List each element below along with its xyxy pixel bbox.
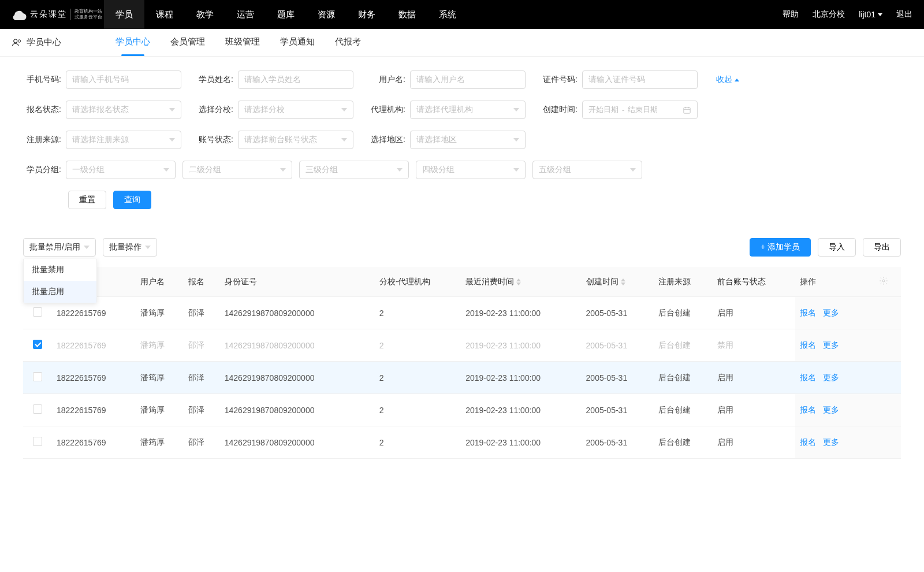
table-wrap: 用户名 报名 身份证号 分校-代理机构 最近消费时间 创建时间 注册来源 前台账…	[0, 267, 924, 459]
op-link-more[interactable]: 更多	[823, 373, 839, 382]
reg-source-select[interactable]: 请选择注册来源	[66, 131, 181, 149]
region-select[interactable]: 请选择地区	[410, 131, 526, 149]
chevron-down-icon	[280, 168, 286, 172]
chevron-up-icon	[735, 79, 739, 81]
user-icon	[12, 38, 22, 48]
top-nav-item-1[interactable]: 课程	[144, 0, 185, 29]
op-link-more[interactable]: 更多	[823, 308, 839, 317]
cell-idnum: 14262919870809200000	[220, 329, 362, 362]
idnum-input[interactable]: 请输入证件号码	[582, 70, 698, 89]
col-signup[interactable]: 报名	[184, 267, 220, 297]
cell-signup: 邵泽	[184, 329, 220, 362]
account-status-select[interactable]: 请选择前台账号状态	[238, 131, 353, 149]
sub-nav-tab-0[interactable]: 学员中心	[116, 36, 150, 49]
branch-select[interactable]: 请选择分校	[238, 101, 353, 119]
cell-source: 后台创建	[654, 297, 713, 329]
batch-toggle-button[interactable]: 批量禁用/启用	[23, 238, 96, 257]
cell-ops: 报名更多	[795, 394, 874, 426]
sub-nav: 学员中心 学员中心会员管理班级管理学员通知代报考	[0, 29, 924, 57]
help-link[interactable]: 帮助	[783, 9, 799, 20]
import-button[interactable]: 导入	[818, 238, 856, 257]
column-settings[interactable]	[874, 267, 901, 297]
cell-branch: 2	[375, 297, 461, 329]
cell-status: 启用	[713, 394, 795, 426]
cell-username: 潘筠厚	[136, 362, 184, 394]
search-button[interactable]: 查询	[113, 191, 151, 209]
logout-link[interactable]: 退出	[896, 9, 912, 20]
cell-ops: 报名更多	[795, 426, 874, 459]
chevron-down-icon	[341, 138, 347, 142]
phone-input[interactable]: 请输入手机号码	[66, 70, 181, 89]
svg-point-0	[14, 39, 17, 43]
col-branch[interactable]: 分校-代理机构	[375, 267, 461, 297]
op-link-signup[interactable]: 报名	[800, 437, 816, 447]
cell-branch: 2	[375, 362, 461, 394]
svg-point-1	[18, 39, 21, 42]
cell-created: 2005-05-31	[582, 329, 654, 362]
batch-toggle-dropdown[interactable]: 批量禁用批量启用	[23, 259, 97, 303]
dropdown-item-0[interactable]: 批量禁用	[24, 259, 96, 281]
chevron-down-icon	[163, 168, 169, 172]
top-nav-item-2[interactable]: 教学	[185, 0, 225, 29]
table-row: 18222615769潘筠厚邵泽142629198708092000002201…	[23, 394, 901, 426]
name-input[interactable]: 请输入学员姓名	[238, 70, 353, 89]
dropdown-item-1[interactable]: 批量启用	[24, 281, 96, 303]
row-checkbox[interactable]	[33, 404, 42, 414]
group-level-select-2[interactable]: 三级分组	[299, 161, 409, 179]
filter-buttons: 重置 查询	[68, 191, 151, 209]
cell-source: 后台创建	[654, 329, 713, 362]
group-level-select-4[interactable]: 五级分组	[532, 161, 642, 179]
cell-created: 2005-05-31	[582, 394, 654, 426]
row-checkbox[interactable]	[33, 437, 42, 446]
create-time-picker[interactable]: 开始日期 - 结束日期	[582, 101, 698, 119]
filter-account-status: 账号状态: 请选择前台账号状态	[195, 131, 353, 149]
batch-op-button[interactable]: 批量操作	[103, 238, 157, 257]
col-status[interactable]: 前台账号状态	[713, 267, 795, 297]
user-menu[interactable]: lijt01	[859, 10, 882, 19]
agency-select[interactable]: 请选择代理机构	[410, 101, 526, 119]
add-student-button[interactable]: + 添加学员	[750, 238, 811, 257]
op-link-signup[interactable]: 报名	[800, 308, 816, 317]
cell-created: 2005-05-31	[582, 362, 654, 394]
chevron-down-icon	[169, 138, 175, 142]
col-last-spend[interactable]: 最近消费时间	[461, 267, 581, 297]
op-link-more[interactable]: 更多	[823, 340, 839, 350]
sub-nav-tab-3[interactable]: 学员通知	[280, 36, 315, 49]
collapse-toggle[interactable]: 收起	[716, 70, 739, 89]
cloud-icon	[12, 9, 27, 20]
op-link-signup[interactable]: 报名	[800, 373, 816, 382]
top-nav-item-3[interactable]: 运营	[225, 0, 266, 29]
top-nav-item-0[interactable]: 学员	[104, 0, 144, 29]
reset-button[interactable]: 重置	[68, 191, 106, 209]
username-input[interactable]: 请输入用户名	[410, 70, 526, 89]
sub-nav-tab-1[interactable]: 会员管理	[170, 36, 205, 49]
op-link-more[interactable]: 更多	[823, 405, 839, 414]
top-nav-item-4[interactable]: 题库	[266, 0, 306, 29]
top-nav-item-7[interactable]: 数据	[387, 0, 427, 29]
signup-status-select[interactable]: 请选择报名状态	[66, 101, 181, 119]
group-level-select-0[interactable]: 一级分组	[66, 161, 176, 179]
top-nav-right: 帮助 北京分校 lijt01 退出	[783, 9, 912, 20]
col-created[interactable]: 创建时间	[582, 267, 654, 297]
col-source[interactable]: 注册来源	[654, 267, 713, 297]
cell-ops: 报名更多	[795, 297, 874, 329]
top-nav-item-6[interactable]: 财务	[346, 0, 387, 29]
row-checkbox[interactable]	[33, 340, 42, 349]
top-nav-item-5[interactable]: 资源	[306, 0, 346, 29]
op-link-signup[interactable]: 报名	[800, 340, 816, 350]
export-button[interactable]: 导出	[863, 238, 901, 257]
col-username[interactable]: 用户名	[136, 267, 184, 297]
cell-idnum: 14262919870809200000	[220, 297, 362, 329]
sub-nav-tabs: 学员中心会员管理班级管理学员通知代报考	[116, 36, 361, 49]
group-level-select-1[interactable]: 二级分组	[182, 161, 292, 179]
sub-nav-tab-4[interactable]: 代报考	[335, 36, 361, 49]
row-checkbox[interactable]	[33, 307, 42, 317]
group-level-select-3[interactable]: 四级分组	[416, 161, 526, 179]
row-checkbox[interactable]	[33, 372, 42, 381]
op-link-signup[interactable]: 报名	[800, 405, 816, 414]
branch-link[interactable]: 北京分校	[813, 9, 845, 20]
top-nav-item-8[interactable]: 系统	[427, 0, 468, 29]
sub-nav-tab-2[interactable]: 班级管理	[225, 36, 260, 49]
op-link-more[interactable]: 更多	[823, 437, 839, 447]
col-idnum[interactable]: 身份证号	[220, 267, 362, 297]
